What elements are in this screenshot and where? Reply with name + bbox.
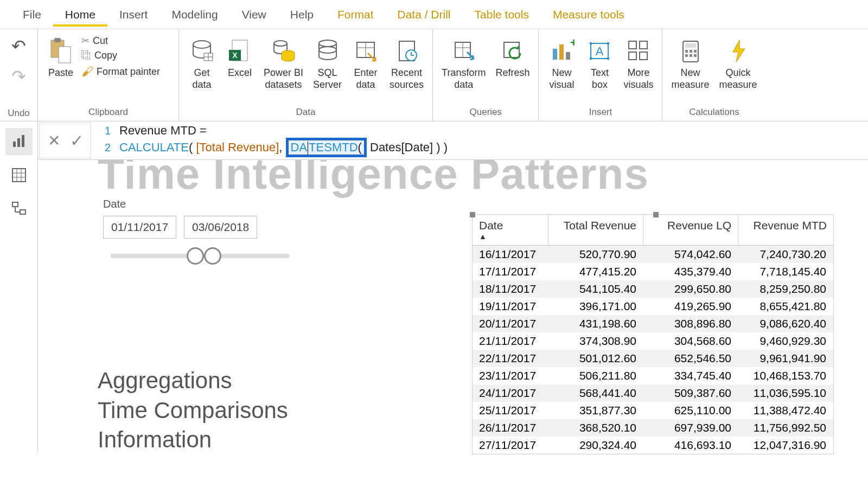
table-row[interactable]: 26/11/2017368,520.10697,939.0011,756,992… — [473, 419, 833, 436]
menu-table-tools[interactable]: Table tools — [463, 3, 541, 27]
report-view-button[interactable] — [5, 128, 33, 155]
svg-rect-33 — [590, 57, 592, 60]
report-canvas[interactable]: Time Intelligence Patterns Date 01/11/20… — [38, 160, 868, 452]
table-cell: 308,896.80 — [643, 315, 738, 332]
table-cell: 290,324.40 — [548, 436, 643, 454]
table-row[interactable]: 20/11/2017431,198.60308,896.809,086,620.… — [473, 315, 833, 332]
table-row[interactable]: 21/11/2017374,308.90304,568.609,460,929.… — [473, 332, 833, 350]
view-switcher — [0, 121, 38, 452]
col-header-revenue-mtd[interactable]: Revenue MTD — [738, 215, 833, 245]
slider-thumb-right[interactable] — [204, 247, 221, 265]
queries-group: Transform data Refresh Queries — [433, 29, 539, 121]
new-visual-button[interactable]: + New visual — [544, 35, 579, 93]
redo-button[interactable]: ↷ — [11, 66, 26, 87]
slicer-to-date[interactable]: 03/06/2018 — [184, 216, 257, 239]
table-row[interactable]: 23/11/2017506,211.80334,745.4010,468,153… — [473, 367, 833, 384]
format-painter-button[interactable]: 🖌Format painter — [81, 65, 160, 79]
nav-information[interactable]: Information — [98, 425, 288, 455]
token-dates-date: Dates[Date] — [370, 140, 433, 155]
menu-modeling[interactable]: Modeling — [159, 3, 229, 27]
resize-handle-tl[interactable] — [470, 212, 475, 217]
table-cell: 625,110.00 — [643, 402, 738, 419]
measure-name: Revenue MTD = — [119, 124, 207, 138]
nav-time-comparisons[interactable]: Time Comparisons — [98, 396, 288, 426]
paste-label: Paste — [48, 67, 73, 79]
paste-icon — [47, 37, 75, 65]
resize-handle-tc[interactable] — [653, 212, 659, 217]
svg-point-3 — [193, 41, 210, 48]
table-row[interactable]: 17/11/2017477,415.20435,379.407,718,145.… — [473, 263, 833, 280]
recent-sources-button[interactable]: Recent sources — [386, 35, 427, 93]
enter-data-button[interactable]: Enter data — [348, 35, 383, 93]
refresh-button[interactable]: Refresh — [492, 35, 533, 81]
slicer-from-date[interactable]: 01/11/2017 — [103, 216, 176, 239]
new-measure-button[interactable]: New measure — [668, 35, 712, 93]
table-cell: 17/11/2017 — [473, 263, 548, 280]
text-box-button[interactable]: A Text box — [582, 35, 617, 93]
table-cell: 9,961,941.90 — [738, 350, 833, 367]
copy-button[interactable]: ⿻Copy — [81, 50, 160, 61]
sql-server-button[interactable]: SQL Server — [310, 35, 345, 93]
excel-button[interactable]: X Excel — [222, 35, 257, 81]
slicer-slider[interactable] — [111, 254, 290, 258]
table-row[interactable]: 22/11/2017501,012.60652,546.509,961,941.… — [473, 350, 833, 367]
model-view-button[interactable] — [5, 195, 33, 222]
table-row[interactable]: 25/11/2017351,877.30625,110.0011,388,472… — [473, 402, 833, 419]
more-visuals-button[interactable]: More visuals — [620, 35, 656, 93]
table-row[interactable]: 24/11/2017568,441.40509,387.6011,036,595… — [473, 384, 833, 402]
table-row[interactable]: 18/11/2017541,105.40299,650.808,259,250.… — [473, 280, 833, 298]
undo-button[interactable]: ↶ — [11, 36, 26, 56]
table-cell: 368,520.10 — [548, 419, 643, 436]
table-row[interactable]: 27/11/2017290,324.40416,693.1012,047,316… — [473, 436, 833, 454]
paste-button[interactable]: Paste — [43, 35, 78, 81]
nav-aggregations[interactable]: Aggregations — [98, 366, 288, 396]
svg-text:X: X — [232, 51, 238, 60]
svg-rect-56 — [20, 210, 25, 214]
menu-data-drill[interactable]: Data / Drill — [386, 3, 463, 27]
menu-help[interactable]: Help — [278, 3, 326, 27]
table-row[interactable]: 19/11/2017396,171.00419,265.908,655,421.… — [473, 298, 833, 315]
menu-measure-tools[interactable]: Measure tools — [541, 3, 636, 27]
get-data-button[interactable]: Get data — [184, 35, 219, 93]
transform-data-button[interactable]: Transform data — [438, 35, 489, 93]
data-view-button[interactable] — [5, 162, 33, 189]
table-cell: 27/11/2017 — [473, 436, 548, 454]
formula-controls: ✕ ✓ — [39, 123, 91, 158]
table-cell: 7,718,145.40 — [738, 263, 833, 280]
pbi-datasets-button[interactable]: Power BI datasets — [260, 35, 307, 93]
svg-point-12 — [319, 40, 336, 47]
table-cell: 304,568.60 — [643, 332, 738, 350]
col-header-total-revenue[interactable]: Total Revenue — [548, 215, 643, 245]
text-box-icon: A — [585, 37, 614, 65]
menu-home[interactable]: Home — [53, 3, 107, 27]
queries-group-label: Queries — [438, 105, 533, 120]
formula-editor[interactable]: 1 Revenue MTD = 2 CALCULATE( [Total Reve… — [92, 121, 868, 159]
table-cell: 19/11/2017 — [473, 298, 548, 315]
table-row[interactable]: 16/11/2017520,770.90574,042.607,240,730.… — [473, 246, 833, 263]
text-box-label: Text box — [591, 67, 609, 91]
menu-view[interactable]: View — [230, 3, 278, 27]
menu-format[interactable]: Format — [326, 3, 386, 27]
brush-icon: 🖌 — [81, 65, 93, 79]
ribbon: ↶ ↷ Undo Paste ✂Cut ⿻Copy 🖌Format painte… — [0, 29, 868, 121]
slider-thumb-left[interactable] — [187, 247, 204, 265]
sql-icon — [314, 37, 342, 65]
formula-commit-button[interactable]: ✓ — [66, 130, 87, 151]
formula-bar: ✕ ✓ 1 Revenue MTD = 2 CALCULATE( [Total … — [38, 121, 868, 160]
cut-button[interactable]: ✂Cut — [81, 35, 160, 47]
formula-cancel-button[interactable]: ✕ — [43, 130, 65, 151]
menu-insert[interactable]: Insert — [107, 3, 160, 27]
svg-rect-47 — [13, 142, 16, 147]
col-header-date[interactable]: Date▲ — [473, 215, 548, 245]
svg-rect-45 — [690, 54, 692, 57]
col-header-revenue-lq[interactable]: Revenue LQ — [643, 215, 738, 245]
data-table-visual[interactable]: Date▲ Total Revenue Revenue LQ Revenue M… — [472, 214, 834, 454]
slicer-title: Date — [103, 198, 290, 210]
quick-measure-button[interactable]: Quick measure — [716, 35, 761, 93]
token-calculate: CALCULATE — [119, 140, 189, 155]
date-slicer[interactable]: Date 01/11/2017 03/06/2018 — [103, 198, 290, 258]
data-group-label: Data — [184, 105, 427, 120]
menu-file[interactable]: File — [11, 3, 53, 27]
table-cell: 477,415.20 — [548, 263, 643, 280]
svg-text:A: A — [596, 44, 604, 58]
